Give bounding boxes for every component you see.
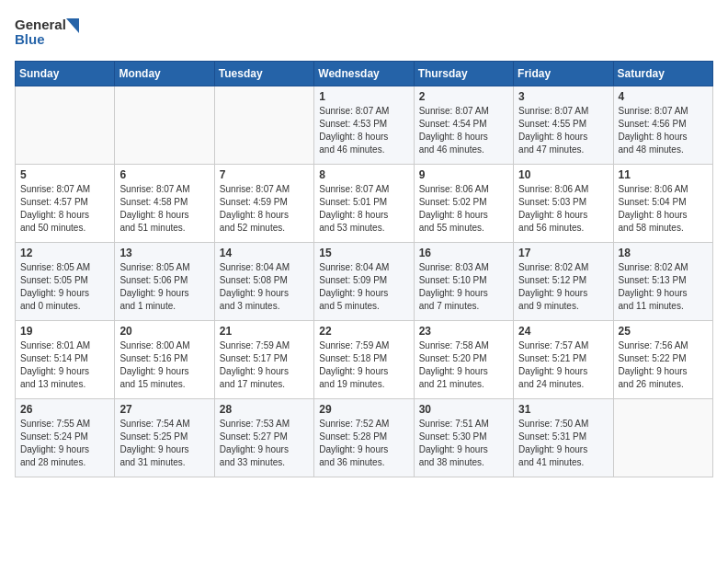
day-number: 23 <box>419 325 508 338</box>
day-number: 24 <box>518 325 608 338</box>
day-info: Sunrise: 8:04 AM Sunset: 5:09 PM Dayligh… <box>319 261 408 313</box>
calendar-cell: 26Sunrise: 7:55 AM Sunset: 5:24 PM Dayli… <box>16 399 115 477</box>
day-number: 17 <box>518 247 608 259</box>
day-number: 25 <box>619 325 708 338</box>
calendar-cell: 20Sunrise: 8:00 AM Sunset: 5:16 PM Dayli… <box>115 321 214 399</box>
calendar-cell <box>115 86 214 165</box>
day-info: Sunrise: 8:07 AM Sunset: 5:01 PM Dayligh… <box>319 183 408 235</box>
day-info: Sunrise: 7:59 AM Sunset: 5:18 PM Dayligh… <box>319 339 408 391</box>
week-row-4: 19Sunrise: 8:01 AM Sunset: 5:14 PM Dayli… <box>16 321 713 399</box>
day-number: 19 <box>20 325 109 338</box>
weekday-header-monday: Monday <box>115 62 214 86</box>
day-info: Sunrise: 7:51 AM Sunset: 5:30 PM Dayligh… <box>419 418 508 469</box>
calendar-cell: 4Sunrise: 8:07 AM Sunset: 4:56 PM Daylig… <box>613 86 712 165</box>
day-number: 6 <box>119 168 209 181</box>
calendar-cell: 29Sunrise: 7:52 AM Sunset: 5:28 PM Dayli… <box>314 399 414 477</box>
calendar-cell: 31Sunrise: 7:50 AM Sunset: 5:31 PM Dayli… <box>514 399 613 477</box>
weekday-header-friday: Friday <box>514 62 613 86</box>
week-row-3: 12Sunrise: 8:05 AM Sunset: 5:05 PM Dayli… <box>16 243 713 321</box>
day-number: 11 <box>619 168 708 181</box>
calendar-cell: 5Sunrise: 8:07 AM Sunset: 4:57 PM Daylig… <box>16 165 115 243</box>
day-number: 2 <box>419 90 508 103</box>
weekday-header-sunday: Sunday <box>16 62 115 86</box>
day-info: Sunrise: 7:59 AM Sunset: 5:17 PM Dayligh… <box>220 339 309 391</box>
calendar-cell: 28Sunrise: 7:53 AM Sunset: 5:27 PM Dayli… <box>214 399 313 477</box>
day-info: Sunrise: 8:00 AM Sunset: 5:16 PM Dayligh… <box>119 339 209 391</box>
day-number: 9 <box>419 168 508 181</box>
calendar-cell: 25Sunrise: 7:56 AM Sunset: 5:22 PM Dayli… <box>613 321 712 399</box>
day-info: Sunrise: 8:07 AM Sunset: 4:56 PM Dayligh… <box>619 105 708 156</box>
day-info: Sunrise: 7:56 AM Sunset: 5:22 PM Dayligh… <box>619 339 708 391</box>
calendar-cell: 3Sunrise: 8:07 AM Sunset: 4:55 PM Daylig… <box>514 86 613 165</box>
day-info: Sunrise: 8:07 AM Sunset: 4:57 PM Dayligh… <box>20 183 109 235</box>
calendar-cell: 11Sunrise: 8:06 AM Sunset: 5:04 PM Dayli… <box>613 165 712 243</box>
day-number: 7 <box>220 168 309 181</box>
day-info: Sunrise: 8:07 AM Sunset: 4:59 PM Dayligh… <box>220 183 309 235</box>
svg-text:General: General <box>15 17 66 32</box>
day-info: Sunrise: 7:55 AM Sunset: 5:24 PM Dayligh… <box>20 418 109 469</box>
day-info: Sunrise: 7:52 AM Sunset: 5:28 PM Dayligh… <box>319 418 408 469</box>
day-info: Sunrise: 8:07 AM Sunset: 4:53 PM Dayligh… <box>319 105 408 156</box>
svg-text:Blue: Blue <box>15 31 45 47</box>
calendar-cell: 13Sunrise: 8:05 AM Sunset: 5:06 PM Dayli… <box>115 243 214 321</box>
calendar-cell: 9Sunrise: 8:06 AM Sunset: 5:02 PM Daylig… <box>414 165 513 243</box>
day-number: 14 <box>220 247 309 259</box>
calendar-cell: 15Sunrise: 8:04 AM Sunset: 5:09 PM Dayli… <box>314 243 414 321</box>
day-number: 18 <box>619 247 708 259</box>
calendar-cell: 6Sunrise: 8:07 AM Sunset: 4:58 PM Daylig… <box>115 165 214 243</box>
calendar-cell: 27Sunrise: 7:54 AM Sunset: 5:25 PM Dayli… <box>115 399 214 477</box>
day-info: Sunrise: 7:58 AM Sunset: 5:20 PM Dayligh… <box>419 339 508 391</box>
calendar-cell: 23Sunrise: 7:58 AM Sunset: 5:20 PM Dayli… <box>414 321 513 399</box>
day-number: 1 <box>319 90 408 103</box>
logo-svg: GeneralBlue <box>15 15 88 50</box>
weekday-header-wednesday: Wednesday <box>314 62 414 86</box>
calendar-cell: 16Sunrise: 8:03 AM Sunset: 5:10 PM Dayli… <box>414 243 513 321</box>
day-number: 12 <box>20 247 109 259</box>
day-number: 30 <box>419 403 508 416</box>
day-info: Sunrise: 7:54 AM Sunset: 5:25 PM Dayligh… <box>119 418 209 469</box>
day-number: 3 <box>518 90 608 103</box>
day-info: Sunrise: 8:07 AM Sunset: 4:58 PM Dayligh… <box>119 183 209 235</box>
calendar-cell <box>214 86 313 165</box>
day-info: Sunrise: 8:02 AM Sunset: 5:13 PM Dayligh… <box>619 261 708 313</box>
calendar-cell: 18Sunrise: 8:02 AM Sunset: 5:13 PM Dayli… <box>613 243 712 321</box>
day-number: 31 <box>518 403 608 416</box>
day-info: Sunrise: 8:06 AM Sunset: 5:04 PM Dayligh… <box>619 183 708 235</box>
calendar-cell: 2Sunrise: 8:07 AM Sunset: 4:54 PM Daylig… <box>414 86 513 165</box>
calendar-cell: 30Sunrise: 7:51 AM Sunset: 5:30 PM Dayli… <box>414 399 513 477</box>
day-info: Sunrise: 8:06 AM Sunset: 5:02 PM Dayligh… <box>419 183 508 235</box>
week-row-1: 1Sunrise: 8:07 AM Sunset: 4:53 PM Daylig… <box>16 86 713 165</box>
day-info: Sunrise: 7:57 AM Sunset: 5:21 PM Dayligh… <box>518 339 608 391</box>
calendar-cell: 8Sunrise: 8:07 AM Sunset: 5:01 PM Daylig… <box>314 165 414 243</box>
weekday-header-tuesday: Tuesday <box>214 62 313 86</box>
day-number: 13 <box>119 247 209 259</box>
day-info: Sunrise: 8:07 AM Sunset: 4:55 PM Dayligh… <box>518 105 608 156</box>
day-number: 28 <box>220 403 309 416</box>
day-info: Sunrise: 8:04 AM Sunset: 5:08 PM Dayligh… <box>220 261 309 313</box>
day-number: 8 <box>319 168 408 181</box>
calendar-cell: 19Sunrise: 8:01 AM Sunset: 5:14 PM Dayli… <box>16 321 115 399</box>
weekday-header-saturday: Saturday <box>613 62 712 86</box>
calendar-table: SundayMondayTuesdayWednesdayThursdayFrid… <box>15 61 713 477</box>
day-number: 29 <box>319 403 408 416</box>
calendar-cell: 14Sunrise: 8:04 AM Sunset: 5:08 PM Dayli… <box>214 243 313 321</box>
week-row-5: 26Sunrise: 7:55 AM Sunset: 5:24 PM Dayli… <box>16 399 713 477</box>
calendar-cell: 22Sunrise: 7:59 AM Sunset: 5:18 PM Dayli… <box>314 321 414 399</box>
svg-marker-0 <box>66 18 79 33</box>
day-number: 5 <box>20 168 109 181</box>
day-number: 21 <box>220 325 309 338</box>
calendar-cell <box>16 86 115 165</box>
day-number: 4 <box>619 90 708 103</box>
logo: GeneralBlue <box>15 15 88 50</box>
day-info: Sunrise: 8:05 AM Sunset: 5:06 PM Dayligh… <box>119 261 209 313</box>
calendar-cell: 7Sunrise: 8:07 AM Sunset: 4:59 PM Daylig… <box>214 165 313 243</box>
day-number: 16 <box>419 247 508 259</box>
weekday-header-thursday: Thursday <box>414 62 513 86</box>
week-row-2: 5Sunrise: 8:07 AM Sunset: 4:57 PM Daylig… <box>16 165 713 243</box>
day-number: 26 <box>20 403 109 416</box>
day-number: 27 <box>119 403 209 416</box>
day-info: Sunrise: 8:03 AM Sunset: 5:10 PM Dayligh… <box>419 261 508 313</box>
day-number: 22 <box>319 325 408 338</box>
day-number: 10 <box>518 168 608 181</box>
calendar-cell <box>613 399 712 477</box>
